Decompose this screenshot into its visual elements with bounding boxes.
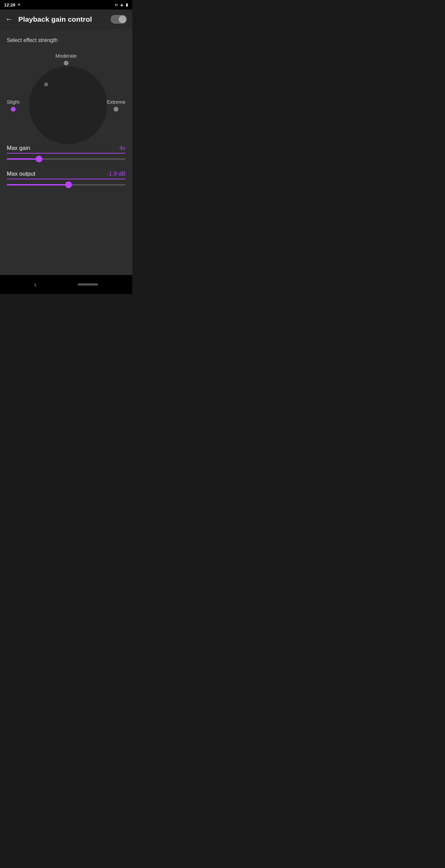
status-bar: 12:28 ✕ ▪▪ ▲ ▮	[0, 0, 132, 9]
max-gain-track[interactable]	[7, 158, 125, 160]
wifi-icon: ▲	[120, 2, 124, 7]
dial-circle	[29, 66, 107, 144]
content-spacer	[0, 207, 132, 275]
sliders-section: Max gain 4x Max output -1.9 dB	[0, 145, 132, 207]
extreme-label: Extreme	[107, 99, 125, 105]
moderate-label: Moderate	[55, 53, 77, 59]
dial-circle-container[interactable]	[29, 66, 97, 134]
slight-dot	[11, 107, 16, 112]
max-gain-value: 4x	[119, 145, 125, 152]
top-bar: ← Playback gain control	[0, 9, 132, 29]
max-gain-group: Max gain 4x	[7, 145, 125, 160]
status-bar-right: ▪▪ ▲ ▮	[115, 2, 128, 7]
max-gain-underline	[7, 153, 125, 154]
max-output-header: Max output -1.9 dB	[7, 171, 125, 177]
dial-inner-dot	[44, 82, 48, 86]
battery-icon: ▮	[126, 2, 128, 7]
max-output-thumb[interactable]	[65, 181, 72, 188]
max-gain-thumb[interactable]	[36, 156, 42, 162]
max-output-label: Max output	[7, 171, 35, 177]
max-output-value: -1.9 dB	[107, 171, 125, 177]
home-pill[interactable]	[78, 283, 98, 285]
max-output-track[interactable]	[7, 184, 125, 185]
back-nav-button[interactable]: ‹	[34, 281, 37, 289]
main-content: Select effect strength Moderate Slight	[0, 29, 132, 145]
max-gain-header: Max gain 4x	[7, 145, 125, 152]
page-title: Playback gain control	[18, 15, 105, 23]
max-gain-label: Max gain	[7, 145, 30, 152]
effect-section-label: Select effect strength	[7, 37, 125, 43]
extreme-dot	[114, 107, 118, 112]
enable-toggle[interactable]	[111, 15, 127, 24]
effect-strength-selector: Moderate Slight Extreme	[7, 53, 125, 134]
status-bar-left: 12:28 ✕	[4, 2, 21, 7]
moderate-dot	[64, 61, 69, 65]
moderate-option[interactable]: Moderate	[55, 53, 77, 65]
slight-label: Slight	[7, 99, 20, 105]
bottom-nav: ‹	[0, 275, 132, 294]
status-time: 12:28	[4, 2, 15, 7]
max-output-fill	[7, 184, 69, 185]
back-button[interactable]: ←	[5, 16, 13, 23]
max-gain-fill	[7, 158, 39, 160]
vibrate-icon: ▪▪	[115, 2, 118, 7]
max-output-group: Max output -1.9 dB	[7, 171, 125, 185]
notification-icon: ✕	[17, 2, 21, 7]
max-output-underline	[7, 179, 125, 179]
